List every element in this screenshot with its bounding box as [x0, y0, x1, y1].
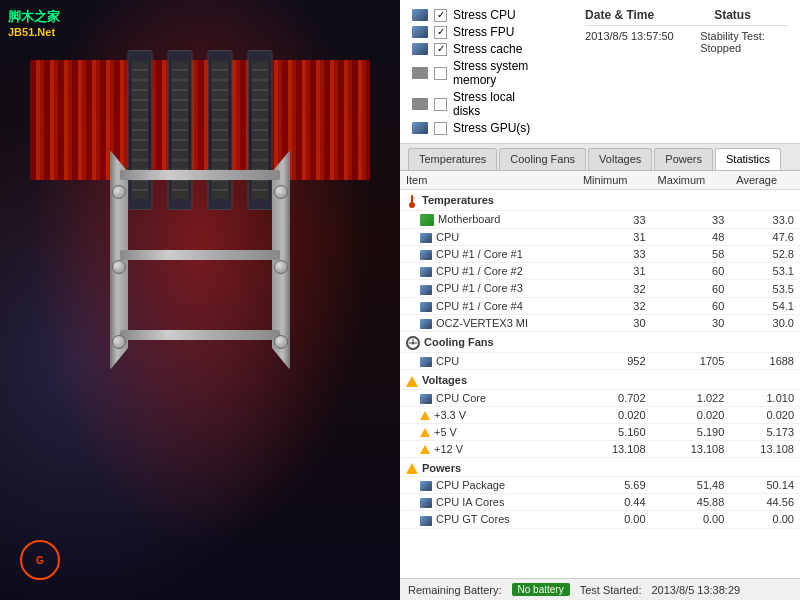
row-avg: 54.1: [730, 297, 800, 314]
section-voltages: Voltages: [400, 369, 800, 389]
row-avg: 52.8: [730, 246, 800, 263]
memory-icon: [412, 67, 428, 79]
rivet-3: [112, 335, 126, 349]
row-min: 5.69: [577, 477, 652, 494]
row-item: CPU #1 / Core #4: [400, 297, 577, 314]
cooler-bracket: [90, 130, 310, 410]
col-item: Item: [400, 171, 577, 190]
row-item: +12 V: [400, 440, 577, 457]
hardware-photo-panel: 脚木之家 JB51.Net G: [0, 0, 400, 600]
row-max: 48: [652, 229, 731, 246]
row-item: +3.3 V: [400, 406, 577, 423]
rivet-2: [112, 260, 126, 274]
tab-temperatures[interactable]: Temperatures: [408, 148, 497, 170]
svg-rect-2: [414, 197, 415, 199]
tab-voltages[interactable]: Voltages: [588, 148, 652, 170]
cpu-checkbox[interactable]: [434, 9, 447, 22]
memory-checkbox[interactable]: [434, 67, 447, 80]
row-item: OCZ-VERTEX3 MI: [400, 314, 577, 331]
stress-option-cpu[interactable]: Stress CPU: [412, 8, 545, 22]
table-row: CPU #1 / Core #2316053.1: [400, 263, 800, 280]
status-value: Stability Test: Stopped: [700, 30, 788, 54]
row-min: 31: [577, 229, 652, 246]
right-panel: Stress CPUStress FPUStress cacheStress s…: [400, 0, 800, 600]
row-item: CPU: [400, 352, 577, 369]
table-row: CPU GT Cores0.000.000.00: [400, 511, 800, 528]
disks-checkbox[interactable]: [434, 98, 447, 111]
row-max: 60: [652, 263, 731, 280]
stress-options-list: Stress CPUStress FPUStress cacheStress s…: [412, 8, 545, 135]
stress-option-gpu[interactable]: Stress GPU(s): [412, 121, 545, 135]
row-max: 60: [652, 280, 731, 297]
row-avg: 53.1: [730, 263, 800, 280]
bracket-h2: [120, 250, 280, 260]
date-status-area: Date & Time Status 2013/8/5 13:57:50 Sta…: [585, 8, 788, 135]
row-max: 1.022: [652, 389, 731, 406]
table-row: CPU Core0.7021.0221.010: [400, 389, 800, 406]
rivet-5: [274, 260, 288, 274]
disks-label: Stress local disks: [453, 90, 545, 118]
row-min: 33: [577, 211, 652, 229]
col-average: Average: [730, 171, 800, 190]
row-max: 45.88: [652, 494, 731, 511]
section-cooling-fans: Cooling Fans: [400, 331, 800, 352]
row-avg: 50.14: [730, 477, 800, 494]
section-powers: Powers: [400, 457, 800, 477]
bracket-h1: [120, 170, 280, 180]
disks-icon: [412, 98, 428, 110]
row-item: Motherboard: [400, 211, 577, 229]
row-max: 5.190: [652, 423, 731, 440]
row-avg: 0.00: [730, 511, 800, 528]
row-avg: 30.0: [730, 314, 800, 331]
stress-option-fpu[interactable]: Stress FPU: [412, 25, 545, 39]
row-item: CPU IA Cores: [400, 494, 577, 511]
row-min: 32: [577, 297, 652, 314]
row-min: 0.702: [577, 389, 652, 406]
rivet-4: [274, 185, 288, 199]
table-row: OCZ-VERTEX3 MI303030.0: [400, 314, 800, 331]
tab-cooling-fans[interactable]: Cooling Fans: [499, 148, 586, 170]
cpu-label: Stress CPU: [453, 8, 516, 22]
table-row: CPU314847.6: [400, 229, 800, 246]
row-min: 0.00: [577, 511, 652, 528]
row-max: 13.108: [652, 440, 731, 457]
stress-option-disks[interactable]: Stress local disks: [412, 90, 545, 118]
row-max: 58: [652, 246, 731, 263]
row-max: 33: [652, 211, 731, 229]
watermark-line2: JB51.Net: [8, 26, 60, 38]
row-avg: 33.0: [730, 211, 800, 229]
bracket-h3: [120, 330, 280, 340]
stress-option-cache[interactable]: Stress cache: [412, 42, 545, 56]
gpu-icon: [412, 122, 428, 134]
cpu-icon: [412, 9, 428, 21]
date-time-header: Date & Time: [585, 8, 654, 22]
row-max: 0.020: [652, 406, 731, 423]
tab-statistics[interactable]: Statistics: [715, 148, 781, 170]
row-min: 0.020: [577, 406, 652, 423]
table-row: CPU IA Cores0.4445.8844.56: [400, 494, 800, 511]
row-min: 32: [577, 280, 652, 297]
row-min: 5.160: [577, 423, 652, 440]
tab-powers[interactable]: Powers: [654, 148, 713, 170]
row-avg: 5.173: [730, 423, 800, 440]
watermark: 脚木之家 JB51.Net: [8, 8, 60, 38]
row-item: CPU #1 / Core #2: [400, 263, 577, 280]
row-avg: 1688: [730, 352, 800, 369]
fpu-checkbox[interactable]: [434, 26, 447, 39]
cache-checkbox[interactable]: [434, 43, 447, 56]
stress-option-memory[interactable]: Stress system memory: [412, 59, 545, 87]
date-status-row: 2013/8/5 13:57:50 Stability Test: Stoppe…: [585, 30, 788, 54]
status-bar: Remaining Battery: No battery Test Start…: [400, 578, 800, 600]
table-header-row: Item Minimum Maximum Average: [400, 171, 800, 190]
gpu-checkbox[interactable]: [434, 122, 447, 135]
row-min: 0.44: [577, 494, 652, 511]
tabs-bar: TemperaturesCooling FansVoltagesPowersSt…: [400, 144, 800, 171]
date-time-value: 2013/8/5 13:57:50: [585, 30, 690, 54]
row-avg: 1.010: [730, 389, 800, 406]
memory-label: Stress system memory: [453, 59, 545, 87]
table-row: CPU95217051688: [400, 352, 800, 369]
row-item: +5 V: [400, 423, 577, 440]
row-max: 51.48: [652, 477, 731, 494]
table-row: CPU Package5.6951.4850.14: [400, 477, 800, 494]
table-row: +5 V5.1605.1905.173: [400, 423, 800, 440]
